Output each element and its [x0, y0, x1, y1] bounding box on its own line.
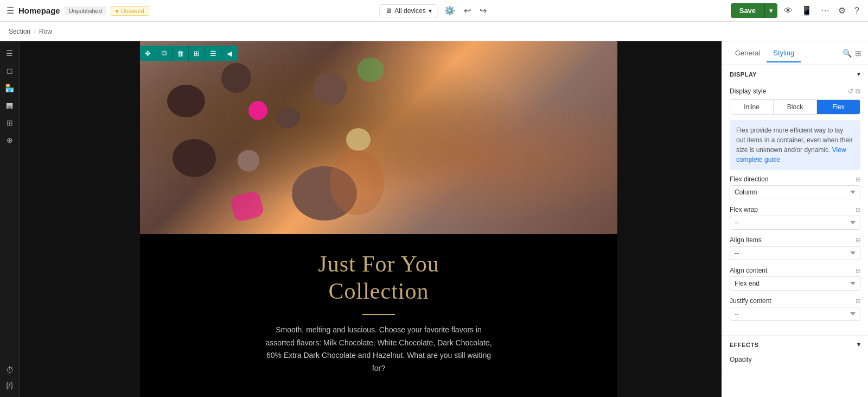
- breadcrumb-row[interactable]: Row: [39, 28, 52, 35]
- right-panel-tabs: General Styling 🔍 ⊞: [722, 41, 868, 65]
- flex-direction-row: Flex direction ⊞ Row Column Row reverse …: [730, 175, 860, 199]
- collection-title: Just For You Collection: [318, 250, 439, 305]
- display-style-label: Display style: [730, 87, 766, 95]
- justify-content-row: Justify content ⊞ -- Flex start Flex end…: [730, 297, 860, 321]
- align-items-label: Align items: [730, 236, 762, 244]
- tab-styling[interactable]: Styling: [767, 45, 801, 62]
- display-style-buttons: Inline Block Flex: [730, 99, 860, 115]
- flex-wrap-select[interactable]: -- Wrap Nowrap Wrap-reverse: [730, 216, 860, 230]
- sidebar-icon-history[interactable]: ⏱: [2, 362, 17, 377]
- redo-button[interactable]: ↪: [477, 3, 489, 18]
- effects-section-header[interactable]: EFFECTS ▾: [722, 336, 868, 354]
- canvas-content: Just For You Collection Smooth, melting …: [140, 41, 617, 397]
- effects-collapse-icon: ▾: [857, 341, 861, 348]
- align-content-select[interactable]: -- Flex start Flex end Center: [730, 276, 860, 291]
- copy-tool-button[interactable]: ⧉: [156, 46, 173, 61]
- choc-items: [140, 41, 617, 234]
- justify-content-header: Justify content ⊞: [730, 297, 860, 305]
- breadcrumb-bar: Section › Row: [0, 22, 868, 41]
- devices-button[interactable]: 🖥 All devices ▾: [379, 4, 437, 17]
- undo-button[interactable]: ↩: [462, 3, 473, 18]
- align-content-header: Align content ⊞: [730, 267, 860, 274]
- align-items-select[interactable]: -- Flex start Flex end Center: [730, 246, 860, 260]
- left-sidebar: ☰ ◻ 🏪 ▦ ⊞ ⊕ ⏱ {/}: [0, 41, 20, 397]
- help-button[interactable]: ?: [852, 4, 861, 18]
- tab-general[interactable]: General: [729, 45, 767, 62]
- align-content-icon[interactable]: ⊞: [856, 267, 860, 274]
- opacity-label: Opacity: [730, 356, 752, 363]
- flex-direction-header: Flex direction ⊞: [730, 175, 860, 183]
- flex-direction-label: Flex direction: [730, 175, 768, 183]
- preview-button[interactable]: 👁: [782, 4, 795, 18]
- duplicate-tool-button[interactable]: ⊞: [189, 46, 205, 61]
- display-section-body: Display style ↺ ⧉ Inline Block Flex Flex…: [722, 83, 868, 335]
- align-items-icon[interactable]: ⊞: [856, 237, 860, 244]
- product-image: [140, 41, 617, 234]
- move-tool-button[interactable]: ✥: [140, 46, 156, 61]
- sidebar-bottom: ⏱ {/}: [2, 362, 17, 393]
- display-section: DISPLAY ▾ Display style ↺ ⧉ Inline Block…: [722, 65, 868, 336]
- display-btn-flex[interactable]: Flex: [817, 100, 860, 114]
- element-toolbar: ✥ ⧉ 🗑 ⊞ ☰ ◀: [140, 46, 238, 61]
- sidebar-icon-apps[interactable]: ⊞: [2, 115, 17, 130]
- collection-divider: [362, 314, 395, 315]
- app-settings-button[interactable]: ⚙: [836, 3, 848, 18]
- delete-tool-button[interactable]: 🗑: [173, 46, 189, 61]
- collection-desc: Smooth, melting and luscious. Choose you…: [265, 324, 493, 375]
- justify-content-label: Justify content: [730, 297, 771, 305]
- devices-label: All devices: [394, 7, 425, 15]
- justify-content-select[interactable]: -- Flex start Flex end Center: [730, 307, 860, 321]
- reset-icon[interactable]: ↺: [848, 87, 853, 95]
- display-style-icons: ↺ ⧉: [848, 87, 860, 95]
- display-section-header[interactable]: DISPLAY ▾: [722, 65, 868, 83]
- save-dropdown-button[interactable]: ▾: [764, 3, 777, 18]
- effects-section: EFFECTS ▾ Opacity: [722, 336, 868, 369]
- display-btn-block[interactable]: Block: [774, 100, 817, 114]
- sidebar-icon-store[interactable]: 🏪: [2, 80, 17, 96]
- breadcrumb-section[interactable]: Section: [9, 28, 30, 35]
- search-icon[interactable]: 🔍: [843, 49, 852, 58]
- save-section-button[interactable]: ☰: [205, 46, 221, 61]
- display-header-label: DISPLAY: [730, 71, 757, 78]
- effects-header-label: EFFECTS: [730, 342, 759, 348]
- display-style-row: Display style ↺ ⧉: [730, 87, 860, 95]
- flex-wrap-icon[interactable]: ⊞: [856, 206, 860, 213]
- sidebar-icon-code[interactable]: {/}: [2, 377, 17, 393]
- monitor-icon: 🖥: [385, 7, 392, 15]
- opacity-row: Opacity: [722, 354, 868, 369]
- save-btn-group: Save ▾: [731, 3, 777, 18]
- sidebar-icon-grid[interactable]: ▦: [2, 98, 17, 113]
- sidebar-icon-menu[interactable]: ☰: [2, 46, 17, 61]
- top-bar-left: ☰ Homepage Unpublished ● Unsaved: [7, 5, 725, 16]
- device-frame-button[interactable]: 📱: [799, 3, 814, 18]
- top-bar: ☰ Homepage Unpublished ● Unsaved 🖥 All d…: [0, 0, 868, 22]
- display-btn-inline[interactable]: Inline: [730, 100, 774, 114]
- sidebar-icon-add[interactable]: ⊕: [2, 133, 17, 148]
- copy-style-icon[interactable]: ⧉: [856, 87, 860, 95]
- save-button[interactable]: Save: [731, 3, 764, 18]
- flex-direction-select[interactable]: Row Column Row reverse Column reverse: [730, 185, 860, 199]
- tab-action-icons: 🔍 ⊞: [843, 49, 861, 58]
- devices-chevron-icon: ▾: [429, 7, 432, 15]
- badge-unsaved: ● Unsaved: [111, 6, 149, 16]
- top-bar-right: Save ▾ 👁 📱 ⋯ ⚙ ?: [731, 3, 861, 18]
- main-layout: ☰ ◻ 🏪 ▦ ⊞ ⊕ ⏱ {/} ✥ ⧉ 🗑 ⊞ ☰ ◀: [0, 41, 868, 397]
- settings-panel-icon[interactable]: ⚙️: [442, 3, 457, 18]
- columns-icon[interactable]: ⊞: [855, 49, 861, 58]
- justify-content-icon[interactable]: ⊞: [856, 298, 860, 305]
- badge-unpublished: Unpublished: [65, 7, 106, 15]
- top-bar-center: 🖥 All devices ▾ ⚙️ ↩ ↪: [379, 3, 488, 18]
- display-collapse-icon: ▾: [857, 71, 861, 78]
- flex-direction-icon[interactable]: ⊞: [856, 176, 860, 183]
- more-options-button[interactable]: ⋯: [819, 3, 832, 18]
- collection-title-line1: Just For You: [318, 251, 439, 276]
- breadcrumb-separator: ›: [34, 28, 36, 35]
- flex-info-box: Flex provide more efficient way to lay o…: [730, 120, 860, 170]
- sidebar-icon-layers[interactable]: ◻: [2, 63, 17, 78]
- canvas-area[interactable]: ✥ ⧉ 🗑 ⊞ ☰ ◀: [20, 41, 722, 397]
- align-items-header: Align items ⊞: [730, 236, 860, 244]
- collapse-tool-button[interactable]: ◀: [221, 46, 238, 61]
- hamburger-icon[interactable]: ☰: [7, 5, 14, 16]
- collection-title-line2: Collection: [329, 279, 429, 304]
- flex-wrap-header: Flex wrap ⊞: [730, 206, 860, 213]
